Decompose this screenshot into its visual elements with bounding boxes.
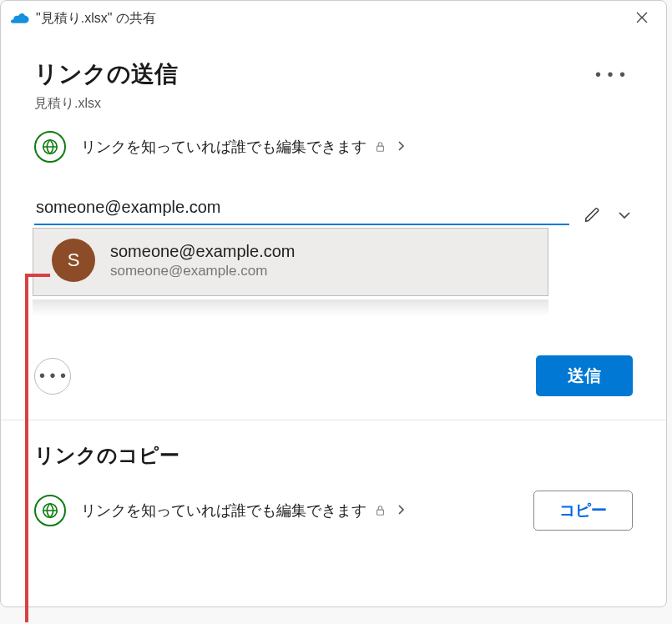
globe-icon: [34, 495, 66, 526]
copy-permission-wrap: リンクを知っていれば誰でも編集できます: [81, 501, 405, 521]
suggestion-shadow: [33, 299, 548, 316]
lock-icon: [375, 142, 389, 155]
header-row: リンクの送信 見積り.xlsx • • •: [34, 58, 633, 113]
page-title: リンクの送信: [34, 58, 178, 90]
header-left: リンクの送信 見積り.xlsx: [34, 58, 178, 113]
edit-permission-button[interactable]: [583, 205, 603, 225]
dialog-title: "見積り.xlsx" の共有: [36, 10, 624, 28]
annotation-line: [25, 274, 28, 622]
copy-link-section: リンクのコピー リンクを知っていれば誰でも編集できます: [34, 420, 633, 531]
permission-dropdown-button[interactable]: [616, 204, 633, 225]
copy-section-title: リンクのコピー: [34, 442, 633, 469]
lock-icon: [375, 506, 389, 519]
chevron-right-icon: [397, 502, 405, 519]
titlebar: "見積り.xlsx" の共有: [1, 1, 666, 37]
pencil-icon: [583, 206, 601, 224]
recipient-suggestion[interactable]: S someone@example.com someone@example.co…: [33, 228, 548, 296]
permission-wrap: リンクを知っていれば誰でも編集できます: [81, 137, 405, 157]
recipient-row: S someone@example.com someone@example.co…: [34, 193, 633, 225]
send-button[interactable]: 送信: [536, 355, 633, 396]
onedrive-icon: [11, 11, 29, 27]
more-actions-button[interactable]: • • •: [34, 358, 71, 395]
suggestion-secondary: someone@example.com: [110, 263, 296, 279]
more-options-button[interactable]: • • •: [589, 62, 633, 88]
copy-permission-setting[interactable]: リンクを知っていれば誰でも編集できます: [34, 495, 405, 526]
svg-rect-1: [377, 146, 384, 151]
copy-row: リンクを知っていれば誰でも編集できます コピー: [34, 491, 633, 531]
recipient-input-wrap: S someone@example.com someone@example.co…: [34, 193, 569, 225]
suggestion-texts: someone@example.com someone@example.com: [110, 242, 296, 279]
action-row: • • • 送信: [34, 355, 633, 420]
copy-permission-text: リンクを知っていれば誰でも編集できます: [81, 502, 366, 519]
share-dialog: "見積り.xlsx" の共有 リンクの送信 見積り.xlsx • • • リ: [0, 0, 667, 607]
permission-text: リンクを知っていれば誰でも編集できます: [81, 138, 366, 155]
annotation-line-top: [25, 274, 50, 277]
chevron-down-icon: [618, 211, 631, 219]
suggestion-primary: someone@example.com: [110, 242, 296, 261]
chevron-right-icon: [397, 138, 405, 155]
copy-button[interactable]: コピー: [533, 491, 633, 531]
svg-rect-3: [377, 510, 384, 515]
permission-setting[interactable]: リンクを知っていれば誰でも編集できます: [34, 131, 633, 163]
close-icon: [636, 12, 648, 23]
ellipsis-icon: • • •: [39, 366, 66, 385]
close-button[interactable]: [631, 8, 653, 29]
avatar: S: [52, 239, 95, 282]
recipient-input[interactable]: [34, 193, 569, 225]
globe-icon: [34, 131, 66, 163]
dialog-content: リンクの送信 見積り.xlsx • • • リンクを知っていれば誰でも編集できま…: [1, 37, 666, 606]
shared-filename: 見積り.xlsx: [34, 95, 178, 113]
